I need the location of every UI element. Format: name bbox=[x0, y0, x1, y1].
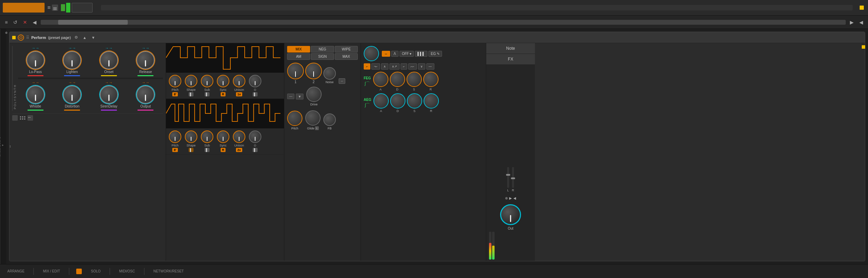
feg-r-knob[interactable] bbox=[423, 72, 439, 87]
power-button[interactable]: ⏻ bbox=[18, 34, 24, 41]
env-off-btn[interactable]: OFF ▾ bbox=[400, 51, 414, 57]
macro-knob-onset[interactable] bbox=[100, 51, 118, 69]
solo-button[interactable]: SOLO bbox=[89, 269, 103, 274]
list-icon-button[interactable]: ≡ bbox=[3, 19, 9, 26]
macro-bar-lighten bbox=[64, 75, 80, 76]
osc2-sync-value: R bbox=[221, 148, 226, 152]
env-eg-btn[interactable]: EG ✎ bbox=[428, 51, 442, 57]
osc1-shape-knob[interactable] bbox=[185, 75, 197, 87]
osc1-sub-knob[interactable] bbox=[201, 75, 213, 87]
osc1-extra-knob[interactable] bbox=[249, 75, 261, 87]
close-button[interactable]: ✕ bbox=[22, 19, 29, 26]
mix-lambda-button[interactable]: ▼ bbox=[296, 94, 303, 100]
max-button[interactable]: MAX bbox=[335, 53, 358, 60]
drag-handle-icon[interactable]: ⠿ bbox=[26, 35, 29, 40]
list-view-button[interactable]: ≡ bbox=[46, 4, 52, 11]
add-track-button[interactable]: + bbox=[1, 144, 5, 146]
mix-mode2-button[interactable]: — bbox=[287, 94, 294, 99]
env-main-knob[interactable] bbox=[364, 46, 379, 61]
mix-button[interactable]: MIX bbox=[287, 46, 310, 53]
l-fader-thumb[interactable] bbox=[506, 174, 510, 176]
env-shape-neg-btn[interactable]: ⌐ bbox=[364, 63, 370, 70]
page-icon[interactable] bbox=[12, 115, 18, 121]
out-knob[interactable] bbox=[500, 204, 521, 225]
play-small-icon[interactable]: ▶ bbox=[509, 196, 512, 200]
aeg-d-knob[interactable] bbox=[390, 93, 405, 109]
glide-knob[interactable] bbox=[305, 110, 321, 126]
network-button[interactable]: NETWORK/RESET bbox=[151, 269, 186, 274]
macro-knob-whistle[interactable] bbox=[26, 86, 45, 104]
osc2-sync-knob[interactable] bbox=[217, 130, 229, 143]
neg-button[interactable]: NEG bbox=[311, 46, 334, 53]
env-shape-v-btn[interactable]: ∨ bbox=[418, 63, 425, 70]
mix-edit-button[interactable]: MIX / EDIT bbox=[41, 269, 62, 274]
timeline-scrollbar[interactable] bbox=[41, 20, 846, 25]
aeg-r-knob[interactable] bbox=[424, 93, 439, 109]
transport-button[interactable] bbox=[3, 3, 45, 13]
env-shape-arch-btn[interactable]: ∧ bbox=[381, 63, 388, 70]
solo-icon-button[interactable] bbox=[76, 269, 82, 274]
macro-knob-distortion[interactable] bbox=[63, 86, 81, 104]
macro-cell-lopass: →→ Lo-Pass bbox=[18, 46, 53, 76]
arrange-button[interactable]: ARRANGE bbox=[5, 269, 26, 274]
env-shape-step-btn[interactable]: ⌐⌐ bbox=[408, 63, 417, 70]
osc1-pitch-knob[interactable] bbox=[169, 75, 181, 87]
feg-s-knob[interactable] bbox=[407, 72, 422, 87]
preset-up-button[interactable]: ▲ bbox=[81, 35, 88, 40]
preset-down-button[interactable]: ▼ bbox=[90, 35, 97, 40]
env-lambda-btn[interactable]: Λ bbox=[391, 51, 399, 57]
env-bars-btn[interactable]: ▌▌▌ bbox=[415, 51, 427, 57]
feg-d-knob[interactable] bbox=[390, 72, 405, 87]
macro-knob-lighten[interactable] bbox=[63, 51, 81, 69]
drive-knob[interactable] bbox=[306, 87, 322, 102]
glide-mode-button[interactable]: L bbox=[315, 126, 318, 130]
track-options-button[interactable]: ⊕ bbox=[5, 31, 8, 34]
r-fader[interactable] bbox=[512, 167, 514, 188]
env-shape-wave-btn[interactable]: ∧↗ bbox=[389, 63, 400, 70]
osc1-sync-knob[interactable] bbox=[217, 75, 229, 87]
osc1-mix-knob[interactable] bbox=[287, 63, 304, 79]
loop-button[interactable]: ↺ bbox=[12, 19, 19, 26]
macro-bar-lopass bbox=[27, 75, 44, 76]
feg-a-knob[interactable] bbox=[373, 72, 388, 87]
osc-link-button[interactable]: ↔ bbox=[339, 78, 345, 84]
fx-button[interactable]: FX bbox=[486, 54, 535, 64]
macro-knob-lopass[interactable] bbox=[26, 51, 45, 69]
mute-icon[interactable]: ◀ bbox=[513, 196, 516, 200]
env-shape-ramp-btn[interactable]: ⌐ bbox=[401, 63, 407, 70]
sign-button[interactable]: SIGN bbox=[311, 53, 334, 60]
osc2-mix-knob[interactable] bbox=[305, 63, 322, 79]
scroll-left-button[interactable]: ◀ bbox=[31, 19, 38, 26]
osc1-unison-knob[interactable] bbox=[233, 75, 245, 87]
env-shape-flat-btn[interactable]: — bbox=[426, 63, 434, 70]
osc2-sub-knob[interactable] bbox=[201, 130, 213, 143]
env-shape-neg2-btn[interactable]: ¬⌐ bbox=[371, 63, 380, 70]
scroll-right2-button[interactable]: ◀ bbox=[858, 19, 865, 26]
pitch-bottom-knob[interactable] bbox=[287, 111, 302, 126]
aeg-a-knob[interactable] bbox=[373, 93, 389, 109]
osc2-extra-ctrl: ⊙ ▌ bbox=[249, 130, 261, 152]
midi-osc-button[interactable]: MIDI/OSC bbox=[117, 269, 137, 274]
l-fader[interactable] bbox=[507, 167, 509, 188]
scroll-right-button[interactable]: ▶ bbox=[849, 19, 855, 26]
pin-icon: ⊕ bbox=[505, 196, 508, 200]
noise-knob[interactable] bbox=[323, 67, 336, 80]
am-button[interactable]: AM bbox=[287, 53, 310, 60]
env-arrow-btn[interactable]: ↔ bbox=[382, 51, 390, 57]
osc2-pitch-knob[interactable] bbox=[169, 130, 181, 143]
osc2-extra-knob[interactable] bbox=[249, 130, 261, 143]
aeg-s-knob[interactable] bbox=[407, 93, 422, 109]
osc2-shape-knob[interactable] bbox=[185, 130, 197, 143]
aeg-s-label: S bbox=[413, 109, 416, 113]
note-button[interactable]: Note bbox=[486, 43, 535, 54]
macro-knob-sirendelay[interactable] bbox=[100, 86, 118, 104]
settings-button[interactable]: ⚙ bbox=[73, 34, 79, 40]
link-icon[interactable]: ↔ bbox=[27, 115, 33, 121]
osc2-unison-knob[interactable] bbox=[233, 130, 245, 143]
track-link-button[interactable]: ↔ bbox=[8, 145, 12, 149]
wipe-button[interactable]: WIPE bbox=[335, 46, 358, 53]
macro-knob-output[interactable] bbox=[136, 86, 155, 104]
macro-knob-release[interactable] bbox=[136, 51, 155, 69]
fb-knob[interactable] bbox=[323, 113, 336, 126]
r-fader-thumb[interactable] bbox=[511, 177, 515, 179]
